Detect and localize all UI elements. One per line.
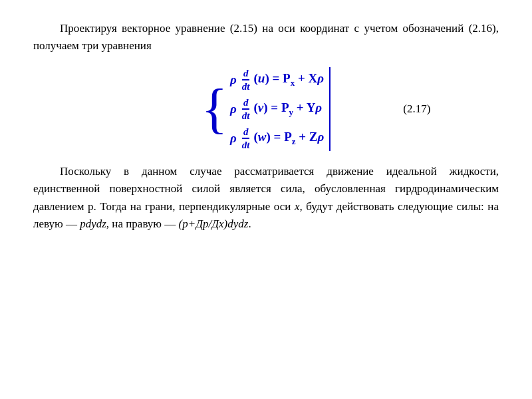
frac-num-1: d [242,67,250,80]
paragraph-1: Проектируя векторное уравнение (2.15) на… [33,20,499,54]
left-brace: { [201,82,227,136]
frac-3: d dt [241,126,251,151]
frac-den-3: dt [241,139,251,151]
equation-block: { ρ d dt (u) = Px + Xρ ρ d dt [33,67,499,151]
frac-den-1: dt [241,80,251,92]
eq3-rest: (w) = Pz + Zρ [253,130,324,147]
rho-2: ρ [230,102,237,116]
rho-3: ρ [230,131,237,146]
frac-num-3: d [242,126,250,139]
para2-italic2: (p+Дp/Дx)dydz [179,217,249,230]
eq1-rest: (u) = Px + Xρ [253,71,324,88]
equations-group: ρ d dt (u) = Px + Xρ ρ d dt (v) = Py + Y… [230,67,331,151]
equation-1: ρ d dt (u) = Px + Xρ [230,67,324,92]
para2-text3: , на правую — [106,217,179,230]
equation-3: ρ d dt (w) = Pz + Zρ [230,126,324,151]
para1-text: Проектируя векторное уравнение (2.15) на… [33,22,499,52]
frac-num-2: d [242,96,250,110]
paragraph-2: Поскольку в данном случае рассматриваетс… [33,163,499,233]
frac-2: d dt [241,96,251,122]
equation-2: ρ d dt (v) = Py + Yρ [230,96,322,122]
eq2-rest: (v) = Py + Yρ [253,100,322,118]
equation-number: (2.17) [403,102,430,116]
para2-italic1: pdydz [80,217,106,230]
rho-1: ρ [230,72,237,87]
frac-1: d dt [241,67,251,92]
frac-den-2: dt [241,110,251,122]
para2-axis: x, [295,200,303,213]
para2-text4: . [248,217,251,230]
page: Проектируя векторное уравнение (2.15) на… [0,0,532,399]
